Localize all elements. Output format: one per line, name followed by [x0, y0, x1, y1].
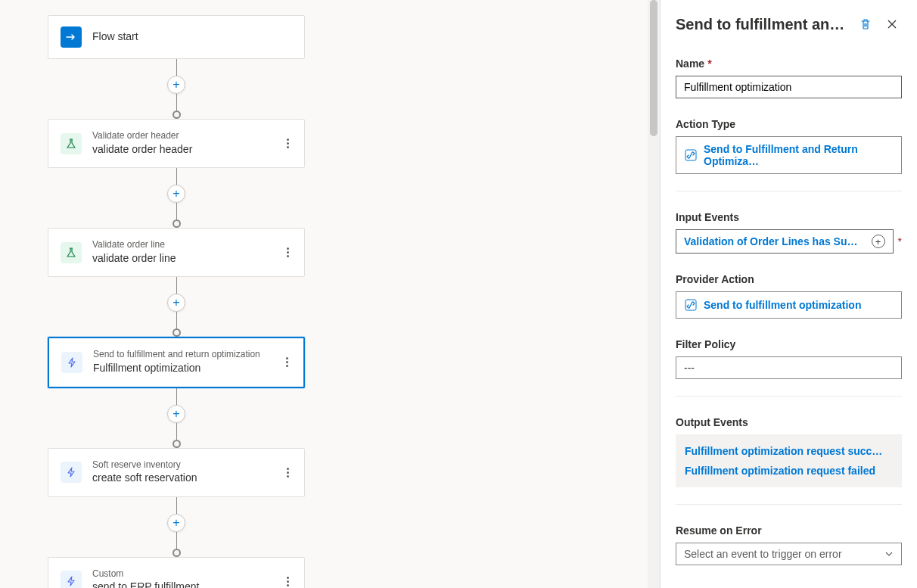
- add-step-button[interactable]: +: [167, 514, 185, 532]
- flow-node-fulfillment[interactable]: Send to fulfillment and return optimizat…: [48, 337, 305, 387]
- resume-on-error-select[interactable]: Select an event to trigger on error: [676, 543, 902, 565]
- flow-node-soft-reserve[interactable]: Soft reserve inventory create soft reser…: [48, 448, 305, 497]
- node-type-label: Soft reserve inventory: [92, 459, 273, 471]
- provider-action-label: Provider Action: [676, 273, 902, 285]
- add-step-button[interactable]: +: [167, 405, 185, 423]
- panel-title: Send to fulfillment an…: [676, 16, 849, 33]
- flask-icon: [61, 242, 82, 263]
- node-type-label: Send to fulfillment and return optimizat…: [93, 349, 272, 361]
- node-type-label: Validate order line: [92, 239, 273, 251]
- action-type-label: Action Type: [676, 118, 902, 130]
- node-name-label: create soft reservation: [92, 471, 273, 486]
- add-input-event-button[interactable]: +: [872, 235, 885, 248]
- connector: +: [167, 497, 185, 557]
- node-name-label: send to ERP fulfillment: [92, 580, 273, 588]
- close-button[interactable]: [882, 14, 902, 34]
- flow-node-validate-line[interactable]: Validate order line validate order line: [48, 228, 305, 277]
- input-events-input[interactable]: Validation of Order Lines has Succeed… +: [676, 229, 894, 254]
- node-menu-button[interactable]: [284, 135, 292, 151]
- node-type-label: Custom: [92, 568, 273, 580]
- resume-placeholder: Select an event to trigger on error: [684, 548, 842, 560]
- input-events-label: Input Events: [676, 211, 902, 223]
- delete-button[interactable]: [855, 14, 876, 35]
- bolt-icon: [61, 571, 82, 588]
- action-type-icon: [684, 148, 698, 162]
- flow-node-custom[interactable]: Custom send to ERP fulfillment: [48, 557, 305, 588]
- input-event-text: Validation of Order Lines has Succeed…: [684, 235, 858, 247]
- connector: +: [167, 59, 185, 119]
- provider-action-text: Send to fulfillment optimization: [704, 299, 861, 311]
- name-label: Name*: [676, 58, 902, 70]
- node-menu-button[interactable]: [284, 244, 292, 260]
- add-step-button[interactable]: +: [167, 76, 185, 94]
- flow-start-label: Flow start: [92, 30, 292, 45]
- add-step-button[interactable]: +: [167, 185, 185, 203]
- output-event-item[interactable]: Fulfillment optimization request succ…: [685, 445, 893, 457]
- node-menu-button[interactable]: [283, 354, 291, 370]
- flow-start-node[interactable]: Flow start: [48, 15, 305, 59]
- output-events-label: Output Events: [676, 416, 902, 428]
- provider-action-value[interactable]: Send to fulfillment optimization: [676, 291, 902, 319]
- bolt-icon: [61, 352, 82, 373]
- connector: +: [167, 388, 185, 448]
- action-type-text: Send to Fulfillment and Return Optimiza…: [704, 143, 894, 167]
- trash-icon: [859, 18, 872, 30]
- output-events-list: Fulfillment optimization request succ… F…: [676, 434, 902, 487]
- resume-on-error-label: Resume on Error: [676, 524, 902, 537]
- chevron-down-icon: [884, 549, 894, 558]
- bolt-icon: [61, 462, 82, 483]
- filter-policy-value: ---: [684, 362, 695, 374]
- flask-icon: [61, 133, 82, 154]
- node-menu-button[interactable]: [284, 465, 292, 481]
- flow-canvas[interactable]: Flow start + Validate order header valid…: [0, 0, 648, 588]
- action-type-value[interactable]: Send to Fulfillment and Return Optimiza…: [676, 136, 902, 174]
- required-indicator: *: [898, 235, 902, 247]
- node-name-label: validate order header: [92, 142, 273, 157]
- filter-policy-label: Filter Policy: [676, 338, 902, 350]
- node-menu-button[interactable]: [284, 574, 292, 588]
- connector: +: [167, 277, 185, 337]
- add-step-button[interactable]: +: [167, 294, 185, 312]
- flow-start-icon: [61, 26, 82, 48]
- details-panel: Send to fulfillment an… Name* Action Typ…: [660, 0, 917, 588]
- canvas-scrollbar[interactable]: [648, 0, 660, 588]
- provider-action-icon: [684, 298, 698, 312]
- filter-policy-input[interactable]: ---: [676, 356, 902, 379]
- node-name-label: validate order line: [92, 251, 273, 266]
- node-type-label: Validate order header: [92, 130, 273, 142]
- scrollbar-thumb[interactable]: [650, 0, 657, 136]
- close-icon: [887, 19, 897, 30]
- node-name-label: Fulfillment optimization: [93, 361, 272, 376]
- name-input[interactable]: [676, 76, 902, 98]
- output-event-item[interactable]: Fulfillment optimization request failed: [685, 465, 893, 477]
- flow-node-validate-header[interactable]: Validate order header validate order hea…: [48, 119, 305, 168]
- connector: +: [167, 168, 185, 228]
